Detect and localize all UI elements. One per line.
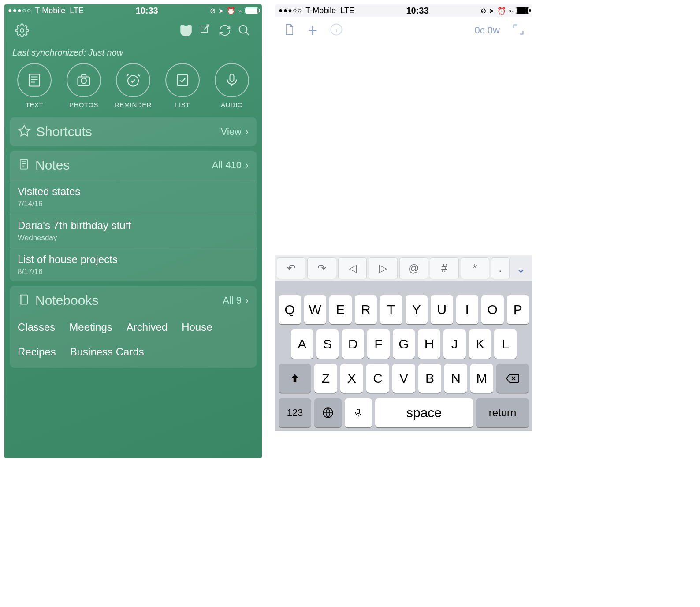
sync-button[interactable] [215,21,235,40]
notebook-item[interactable]: House [182,321,212,333]
undo-button[interactable]: ↶ [277,257,305,279]
key-j[interactable]: J [443,329,466,359]
word-count-label: 0c 0w [475,25,500,36]
status-bar: ●●●○○ T-Mobile LTE 10:33 ⊘ ➤ ⏰ ⌁ [275,4,532,17]
notebooks-header[interactable]: Notebooks All 9 › [10,286,257,315]
search-button[interactable] [235,21,254,40]
key-n[interactable]: N [444,364,467,393]
hash-key[interactable]: # [430,257,458,279]
key-s[interactable]: S [316,329,339,359]
share-button[interactable] [196,21,215,40]
key-t[interactable]: T [380,295,402,324]
at-key[interactable]: @ [399,257,428,279]
alarm-icon: ⏰ [497,7,506,15]
keyboard-row-3: Z X C V B N M [278,364,530,393]
note-row[interactable]: Visited states 7/14/16 [10,180,257,214]
note-date: Wednesday [18,233,249,242]
star-icon [18,124,31,139]
key-g[interactable]: G [393,329,415,359]
keyboard-row-2: A S D F G H J K L [278,329,530,359]
key-e[interactable]: E [329,295,352,324]
numbers-key[interactable]: 123 [279,398,311,427]
all-notes-link[interactable]: All 410 [212,159,242,171]
info-button[interactable] [330,23,343,38]
notebook-item[interactable]: Recipes [18,346,56,358]
alarm-icon: ⏰ [227,7,235,15]
key-a[interactable]: A [291,329,313,359]
return-key[interactable]: return [476,398,529,427]
key-m[interactable]: M [470,364,493,393]
dot-key[interactable]: . [491,257,510,279]
chevron-right-icon: › [245,159,249,171]
key-u[interactable]: U [431,295,453,324]
new-text-button[interactable]: TEXT [12,63,56,108]
key-b[interactable]: B [418,364,441,393]
notebook-item[interactable]: Archived [127,321,168,333]
editor-toolbar: + 0c 0w [275,17,532,44]
new-audio-button[interactable]: AUDIO [210,63,254,108]
key-o[interactable]: O [481,295,504,324]
svg-point-5 [128,76,138,86]
svg-point-1 [239,26,247,33]
document-button[interactable] [283,22,295,39]
key-y[interactable]: Y [406,295,428,324]
notes-header[interactable]: Notes All 410 › [10,151,257,180]
note-title: Visited states [18,185,249,198]
key-k[interactable]: K [469,329,491,359]
backspace-key[interactable] [496,364,529,393]
elephant-logo-icon[interactable] [176,21,196,40]
add-button[interactable]: + [308,21,317,40]
notebook-icon [18,293,30,307]
view-shortcuts-link[interactable]: View [221,126,242,137]
svg-rect-7 [230,74,234,82]
svg-rect-6 [177,75,188,85]
key-z[interactable]: Z [314,364,337,393]
key-d[interactable]: D [342,329,364,359]
chevron-right-icon: › [245,294,249,307]
cursor-right-button[interactable]: ▷ [369,257,397,279]
section-title: Shortcuts [36,124,92,139]
note-row[interactable]: List of house projects 8/17/16 [10,248,257,281]
key-q[interactable]: Q [279,295,301,324]
redo-button[interactable]: ↷ [307,257,336,279]
key-h[interactable]: H [418,329,440,359]
signal-icon: ●●●○○ [279,7,302,15]
notebook-item[interactable]: Meetings [69,321,112,333]
section-title: Notebooks [35,293,98,308]
globe-key[interactable] [314,398,342,427]
new-photo-button[interactable]: PHOTOS [62,63,106,108]
key-v[interactable]: V [392,364,415,393]
fullscreen-button[interactable] [512,23,525,37]
key-c[interactable]: C [366,364,389,393]
star-key[interactable]: * [461,257,489,279]
clock-label: 10:33 [354,6,480,16]
key-l[interactable]: L [494,329,517,359]
signal-icon: ●●●○○ [8,7,31,15]
space-key[interactable]: space [375,398,473,427]
key-f[interactable]: F [367,329,390,359]
shortcuts-section[interactable]: Shortcuts View › [10,117,257,146]
editor-textarea[interactable] [275,44,532,255]
shift-key[interactable] [279,364,311,393]
notebook-item[interactable]: Classes [18,321,55,333]
chevron-right-icon: › [245,126,249,138]
quick-actions-row: TEXT PHOTOS REMINDER LIST AUDIO [4,59,262,113]
key-i[interactable]: I [456,295,479,324]
dictation-key[interactable] [345,398,372,427]
quick-label: PHOTOS [69,101,98,108]
notes-section: Notes All 410 › Visited states 7/14/16 D… [10,151,257,281]
notebook-item[interactable]: Business Cards [70,346,144,358]
new-list-button[interactable]: LIST [160,63,205,108]
new-reminder-button[interactable]: REMINDER [111,63,155,108]
key-x[interactable]: X [340,364,363,393]
phone-evernote: ●●●○○ T-Mobile LTE 10:33 ⊘ ➤ ⏰ ⌁ Last sy… [4,4,262,458]
note-row[interactable]: Daria's 7th birthday stuff Wednesday [10,214,257,248]
settings-button[interactable] [12,21,32,40]
cursor-left-button[interactable]: ◁ [338,257,367,279]
key-w[interactable]: W [304,295,327,324]
key-p[interactable]: P [507,295,529,324]
collapse-accessory-button[interactable]: ⌄ [511,257,531,279]
key-r[interactable]: R [355,295,377,324]
all-notebooks-link[interactable]: All 9 [223,295,242,306]
svg-rect-12 [357,409,360,414]
